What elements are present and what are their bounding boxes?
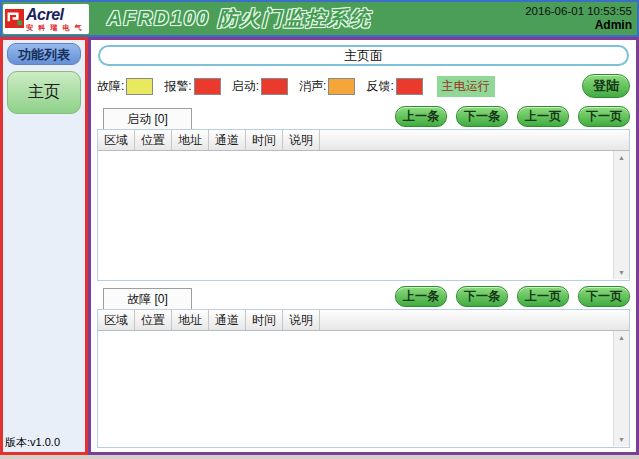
tab-fault-events[interactable]: 故障 [0]	[103, 288, 192, 309]
mute-indicator-label: 消声:	[299, 78, 326, 95]
fault-indicator-label: 故障:	[97, 78, 124, 95]
start-next-item-button[interactable]: 下一条	[456, 106, 508, 127]
feedback-indicator-light	[396, 78, 423, 95]
fault-next-item-button[interactable]: 下一条	[456, 286, 508, 307]
start-indicator-label: 启动:	[232, 78, 259, 95]
feedback-indicator: 反馈:	[366, 78, 422, 95]
scroll-down-icon[interactable]: ▼	[618, 269, 625, 276]
alarm-indicator-light	[194, 78, 221, 95]
app-header: Acrel 安 科 瑞 电 气 AFRD100 防火门监控系统 2016-06-…	[0, 0, 639, 37]
brand-name: Acrel	[26, 7, 83, 23]
column-header-channel[interactable]: 通道	[209, 130, 246, 150]
fault-table-scrollbar[interactable]: ▲ ▼	[613, 331, 629, 446]
fault-indicator-light	[126, 78, 153, 95]
fault-table-header-row: 区域 位置 地址 通道 时间 说明	[98, 310, 629, 331]
fault-section-header: 故障 [0] 上一条 下一条 上一页 下一页	[97, 286, 630, 309]
sidebar: 功能列表 主页 版本:v1.0.0	[0, 37, 88, 455]
fault-next-page-button[interactable]: 下一页	[578, 286, 630, 307]
alarm-indicator-label: 报警:	[164, 78, 191, 95]
start-table-header-row: 区域 位置 地址 通道 时间 说明	[98, 130, 629, 151]
status-row: 故障: 报警: 启动: 消声: 反馈:	[97, 74, 630, 98]
column-header-channel[interactable]: 通道	[209, 310, 246, 330]
start-indicator-light	[261, 78, 288, 95]
mute-indicator-light	[328, 78, 355, 95]
column-header-address[interactable]: 地址	[172, 130, 209, 150]
column-header-position[interactable]: 位置	[135, 310, 172, 330]
sidebar-title: 功能列表	[7, 43, 81, 65]
column-header-description[interactable]: 说明	[283, 130, 320, 150]
start-prev-item-button[interactable]: 上一条	[395, 106, 447, 127]
column-header-address[interactable]: 地址	[172, 310, 209, 330]
fault-prev-item-button[interactable]: 上一条	[395, 286, 447, 307]
login-button[interactable]: 登陆	[582, 74, 630, 98]
fault-events-table: 区域 位置 地址 通道 时间 说明 ▲ ▼	[97, 309, 630, 448]
alarm-indicator: 报警:	[164, 78, 220, 95]
datetime-label: 2016-06-01 10:53:55	[525, 4, 632, 18]
tab-start-events[interactable]: 启动 [0]	[103, 108, 192, 129]
acrel-logo: Acrel 安 科 瑞 电 气	[3, 4, 89, 34]
start-section-header: 启动 [0] 上一条 下一条 上一页 下一页	[97, 106, 630, 129]
sidebar-item-home[interactable]: 主页	[7, 71, 81, 114]
fault-indicator: 故障:	[97, 78, 153, 95]
start-next-page-button[interactable]: 下一页	[578, 106, 630, 127]
column-header-time[interactable]: 时间	[246, 130, 283, 150]
start-table-body	[98, 151, 629, 280]
fault-table-body	[98, 331, 629, 447]
scroll-down-icon[interactable]: ▼	[618, 436, 625, 443]
current-user-label: Admin	[525, 18, 632, 33]
page-title: 主页面	[98, 45, 629, 66]
main-panel: 主页面 故障: 报警: 启动: 消声:	[88, 37, 639, 455]
brand-subtitle: 安 科 瑞 电 气	[26, 24, 83, 31]
app-window: Acrel 安 科 瑞 电 气 AFRD100 防火门监控系统 2016-06-…	[0, 0, 639, 459]
start-indicator: 启动:	[232, 78, 288, 95]
scroll-up-icon[interactable]: ▲	[618, 154, 625, 161]
column-header-region[interactable]: 区域	[98, 130, 135, 150]
app-title: AFRD100 防火门监控系统	[107, 5, 371, 32]
fault-prev-page-button[interactable]: 上一页	[517, 286, 569, 307]
acrel-logo-icon	[5, 9, 24, 28]
main-power-status-badge: 主电运行	[437, 76, 495, 97]
column-header-time[interactable]: 时间	[246, 310, 283, 330]
column-header-region[interactable]: 区域	[98, 310, 135, 330]
start-table-scrollbar[interactable]: ▲ ▼	[613, 151, 629, 279]
version-label: 版本:v1.0.0	[3, 434, 85, 452]
column-header-description[interactable]: 说明	[283, 310, 320, 330]
mute-indicator: 消声:	[299, 78, 355, 95]
start-events-table: 区域 位置 地址 通道 时间 说明 ▲ ▼	[97, 129, 630, 281]
feedback-indicator-label: 反馈:	[366, 78, 393, 95]
scroll-up-icon[interactable]: ▲	[618, 334, 625, 341]
column-header-position[interactable]: 位置	[135, 130, 172, 150]
start-prev-page-button[interactable]: 上一页	[517, 106, 569, 127]
